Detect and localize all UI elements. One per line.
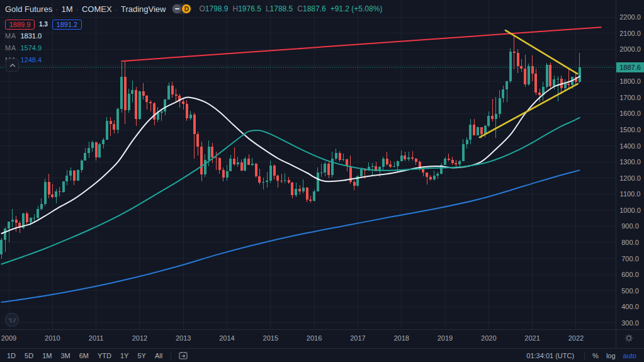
candle-body: [244, 159, 246, 171]
candle-body: [517, 53, 519, 66]
tradingview-chart-window: Gold Futures · 1M · COMEX · TradingView …: [0, 0, 644, 362]
candle-body: [62, 181, 65, 192]
candle-body: [469, 125, 472, 140]
candle-body: [149, 102, 152, 103]
candle-body: [135, 90, 137, 119]
candle-body: [204, 160, 206, 174]
candle-body: [229, 159, 232, 172]
log-scale-button[interactable]: log: [602, 351, 619, 361]
spread-value: 1.3: [39, 21, 48, 28]
price-tick-label: 1200.0: [616, 174, 644, 182]
price-tick-label: 400.0: [616, 303, 644, 310]
candle-body: [477, 127, 479, 135]
minus-toggle-icon: [172, 4, 181, 13]
triangle-upper-yellow[interactable]: [506, 30, 577, 74]
collapse-legend-button[interactable]: [6, 59, 19, 72]
candle-body: [298, 189, 301, 191]
candle-body: [306, 188, 308, 200]
year-label: 2018: [391, 334, 412, 342]
last-price-tag: 1887.6: [616, 62, 644, 72]
tradingview-watermark-logo[interactable]: [4, 312, 20, 327]
title-separator: ·: [76, 4, 79, 14]
range-button-6m[interactable]: 6M: [75, 351, 93, 361]
range-button-1m[interactable]: 1M: [38, 351, 56, 361]
range-button-3m[interactable]: 3M: [56, 351, 74, 361]
candle-body: [288, 180, 290, 183]
symbol-title-row[interactable]: Gold Futures · 1M · COMEX · TradingView …: [5, 3, 382, 15]
ma-legend-row[interactable]: MA 1574.9: [5, 42, 382, 54]
price-tick-label: 1800.0: [616, 77, 644, 85]
candle-body: [226, 171, 229, 178]
candle-body: [335, 153, 337, 159]
year-label: 2021: [522, 334, 543, 342]
candle-body: [411, 157, 414, 159]
candle-body: [429, 177, 432, 179]
candles: [0, 35, 580, 259]
range-button-ytd[interactable]: YTD: [93, 351, 116, 361]
candle-body: [258, 176, 261, 183]
price-tick-label: 1000.0: [616, 206, 644, 214]
candle-body: [65, 176, 68, 181]
candle-body: [8, 222, 10, 229]
range-button-5d[interactable]: 5D: [20, 351, 38, 361]
candle-body: [415, 159, 417, 162]
candle-body: [182, 101, 184, 104]
range-button-1y[interactable]: 1Y: [116, 351, 133, 361]
candle-body: [30, 218, 32, 222]
auto-scale-button[interactable]: auto: [619, 351, 640, 361]
candle-body: [466, 140, 468, 144]
candle-body: [491, 116, 494, 119]
ma-value-teal: 1574.9: [21, 44, 42, 52]
percent-scale-button[interactable]: %: [589, 351, 602, 361]
candle-body: [91, 142, 94, 148]
price-tick-label: 2100.0: [616, 30, 644, 37]
candle-body: [487, 116, 490, 126]
open-label: O: [199, 4, 205, 13]
candle-body: [549, 65, 551, 86]
ma-line-blue[interactable]: [2, 170, 580, 302]
candle-body: [208, 147, 210, 160]
candle-body: [0, 240, 3, 255]
bar-replay-toggle[interactable]: D: [172, 4, 191, 14]
bottom-toolbar: 1D5D1M3M6MYTD1Y5YAll 01:34:01 (UTC) %log…: [0, 348, 644, 362]
ma-legend-row[interactable]: MA 1831.0: [5, 30, 382, 42]
interval-label: 1M: [62, 4, 73, 14]
candle-body: [499, 98, 501, 114]
range-button-5y[interactable]: 5Y: [133, 351, 150, 361]
buy-ask-button[interactable]: 1891.2: [52, 20, 82, 30]
candle-body: [451, 160, 454, 163]
candle-body: [524, 69, 526, 84]
price-tick-label: 1100.0: [616, 190, 644, 198]
time-axis[interactable]: 2009201020112012201320142015201620172018…: [0, 329, 644, 348]
go-to-date-button[interactable]: [175, 350, 191, 361]
low-label: L: [266, 4, 270, 13]
candle-body: [502, 89, 504, 99]
candle-body: [538, 93, 541, 94]
candle-body: [473, 125, 475, 135]
title-separator: ·: [115, 4, 118, 14]
range-button-1d[interactable]: 1D: [3, 351, 20, 361]
candle-body: [407, 157, 410, 159]
candle-body: [37, 209, 39, 218]
triangle-lower-yellow[interactable]: [480, 84, 578, 137]
low-value: 1788.5: [270, 4, 293, 13]
ma-legend-row[interactable]: MA 1248.4: [5, 54, 382, 65]
range-button-all[interactable]: All: [150, 351, 167, 361]
sell-bid-button[interactable]: 1889.9: [5, 20, 35, 30]
axis-settings-gear-icon[interactable]: [624, 333, 634, 343]
scale-controls: 01:34:01 (UTC) %logauto: [526, 349, 640, 362]
candle-body: [266, 181, 268, 182]
candle-body: [302, 188, 305, 192]
year-label: 2009: [0, 334, 20, 342]
candle-body: [106, 121, 108, 140]
candle-body: [397, 161, 399, 166]
candle-body: [102, 140, 105, 144]
candle-body: [171, 86, 174, 94]
ma-label: MA: [5, 44, 16, 52]
price-tick-label: 500.0: [616, 287, 644, 295]
candle-body: [506, 81, 508, 89]
clock[interactable]: 01:34:01 (UTC): [526, 352, 574, 359]
price-axis[interactable]: 1887.6 2200.02100.02000.01900.01800.0170…: [616, 0, 644, 348]
candle-body: [484, 126, 487, 134]
candle-body: [528, 66, 530, 84]
